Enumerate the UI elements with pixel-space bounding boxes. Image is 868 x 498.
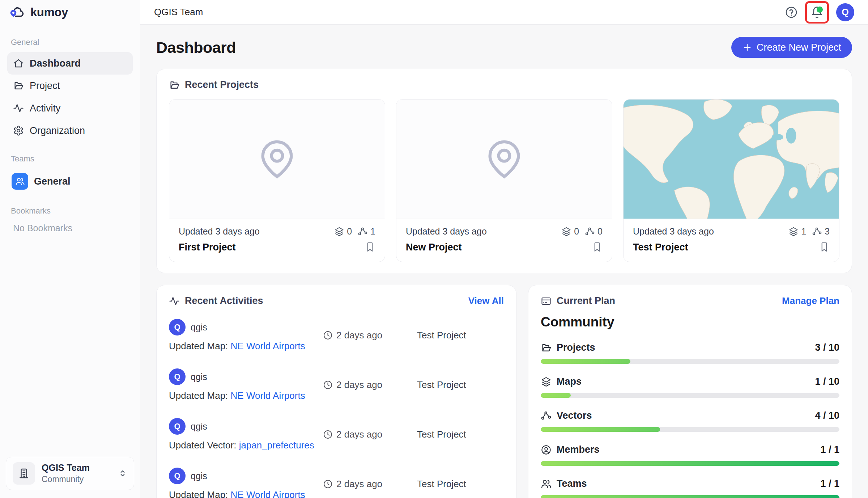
folder-open-icon [169, 80, 180, 90]
project-grid: Updated 3 days ago 0 1 First Project [169, 99, 839, 262]
sidebar-item-project[interactable]: Project [7, 75, 133, 97]
project-thumbnail-world-map [624, 100, 839, 219]
sidebar-item-activity[interactable]: Activity [7, 97, 133, 119]
bookmark-button[interactable] [819, 241, 830, 252]
create-new-project-button[interactable]: Create New Project [731, 37, 852, 58]
progress-bar [541, 427, 839, 432]
manage-plan-link[interactable]: Manage Plan [782, 295, 839, 307]
activity-time: 2 days ago [323, 478, 417, 490]
bookmark-button[interactable] [592, 241, 603, 252]
activity-project: Test Project [417, 379, 504, 391]
sidebar-item-organization[interactable]: Organization [7, 119, 133, 142]
credit-card-icon [541, 296, 552, 307]
vectors-count: 3 [825, 226, 830, 237]
bottom-row: Recent Activities View All Qqgis Updated… [156, 285, 852, 498]
brand-name: kumoy [30, 5, 68, 19]
activity-target-link[interactable]: NE World Airports [231, 341, 305, 351]
project-updated: Updated 3 days ago [179, 226, 260, 237]
activity-main: Qqgis Updated Map: NE World Airports [169, 468, 323, 498]
create-button-label: Create New Project [757, 42, 841, 53]
notification-highlight-box [805, 1, 829, 24]
project-card-new-project[interactable]: Updated 3 days ago 0 0 New Project [396, 99, 612, 262]
project-card-test-project[interactable]: Updated 3 days ago 1 3 Test Project [623, 99, 839, 262]
section-label-teams: Teams [11, 154, 129, 164]
progress-bar [541, 461, 839, 466]
user-circle-icon [541, 444, 552, 455]
org-meta: QGIS Team Community [42, 463, 111, 484]
brand-logo[interactable]: kumoy [0, 0, 140, 25]
sidebar-item-dashboard[interactable]: Dashboard [7, 52, 133, 75]
project-stats: 0 0 [561, 226, 603, 237]
vector-icon [812, 227, 822, 237]
layers-icon [788, 227, 799, 237]
plan-name: Community [541, 315, 839, 330]
maps-count: 0 [574, 226, 579, 237]
activity-icon [13, 103, 24, 114]
activity-main: Qqgis Updated Vector: japan_prefectures [169, 418, 323, 451]
sidebar-item-team-general[interactable]: General [7, 169, 133, 194]
project-name: Test Project [633, 242, 688, 253]
chevrons-up-down-icon [118, 469, 127, 478]
maps-count: 0 [347, 226, 352, 237]
project-updated: Updated 3 days ago [406, 226, 487, 237]
project-footer: Updated 3 days ago 0 0 New Project [396, 219, 612, 262]
activity-list: Qqgis Updated Map: NE World Airports 2 d… [169, 319, 504, 498]
activity-user: qgis [191, 471, 207, 481]
usage-label: Teams [557, 478, 587, 489]
recent-projects-card: Recent Projects Updated 3 days ago 0 1 [156, 69, 852, 273]
page-header: Dashboard Create New Project [156, 37, 852, 58]
vector-icon [358, 227, 368, 237]
project-name: New Project [406, 242, 462, 253]
clock-icon [323, 479, 333, 489]
project-thumbnail-placeholder [169, 100, 385, 219]
activity-project: Test Project [417, 478, 504, 490]
org-switcher[interactable]: QGIS Team Community [6, 457, 134, 490]
activity-action: Updated Map: [169, 341, 231, 351]
current-plan-title: Current Plan [557, 295, 615, 307]
help-icon [785, 6, 798, 19]
activity-target-link[interactable]: NE World Airports [231, 489, 305, 498]
topbar: QGIS Team Q [140, 0, 868, 25]
activity-project: Test Project [417, 429, 504, 440]
vectors-count: 0 [597, 226, 603, 237]
usage-row-maps: Maps 1 / 10 [541, 376, 839, 398]
layers-icon [541, 376, 552, 387]
bookmark-button[interactable] [365, 241, 375, 252]
layers-icon [561, 227, 571, 237]
activity-action: Updated Map: [169, 390, 231, 401]
progress-bar [541, 495, 839, 498]
main-content: Dashboard Create New Project Recent Proj… [140, 25, 868, 498]
folder-open-icon [13, 80, 24, 91]
usage-row-teams: Teams 1 / 1 [541, 478, 839, 498]
user-avatar[interactable]: Q [836, 3, 854, 21]
activity-time: 2 days ago [323, 330, 417, 341]
map-pin-icon [483, 138, 526, 181]
help-button[interactable] [785, 6, 798, 19]
no-bookmarks-note: No Bookmarks [7, 221, 133, 236]
activity-row: Qqgis Updated Vector: japan_prefectures … [169, 418, 504, 451]
users-icon [541, 478, 552, 489]
sidebar-item-label: Project [30, 80, 60, 92]
activity-target-link[interactable]: NE World Airports [231, 390, 305, 401]
topbar-actions: Q [785, 1, 854, 24]
clock-icon [323, 380, 333, 390]
project-card-first-project[interactable]: Updated 3 days ago 0 1 First Project [169, 99, 385, 262]
activity-target-link[interactable]: japan_prefectures [239, 440, 314, 451]
gear-icon [13, 125, 24, 136]
activity-user: qgis [191, 322, 207, 333]
team-users-icon [12, 173, 28, 190]
progress-bar [541, 359, 839, 364]
avatar: Q [169, 368, 186, 385]
sidebar-item-label: Dashboard [30, 58, 81, 69]
usage-label: Vectors [557, 410, 592, 421]
recent-activities-header: Recent Activities View All [169, 295, 504, 307]
usage-label: Maps [557, 376, 582, 387]
view-all-link[interactable]: View All [468, 295, 504, 307]
bookmark-icon [365, 241, 375, 252]
bookmark-icon [819, 241, 830, 252]
activity-time: 2 days ago [323, 429, 417, 440]
activity-row: Qqgis Updated Map: NE World Airports 2 d… [169, 368, 504, 401]
sidebar: kumoy General Dashboard Project Activity… [0, 0, 140, 498]
kumoy-cloud-pin-logo-icon [9, 6, 26, 19]
vector-icon [541, 410, 552, 421]
